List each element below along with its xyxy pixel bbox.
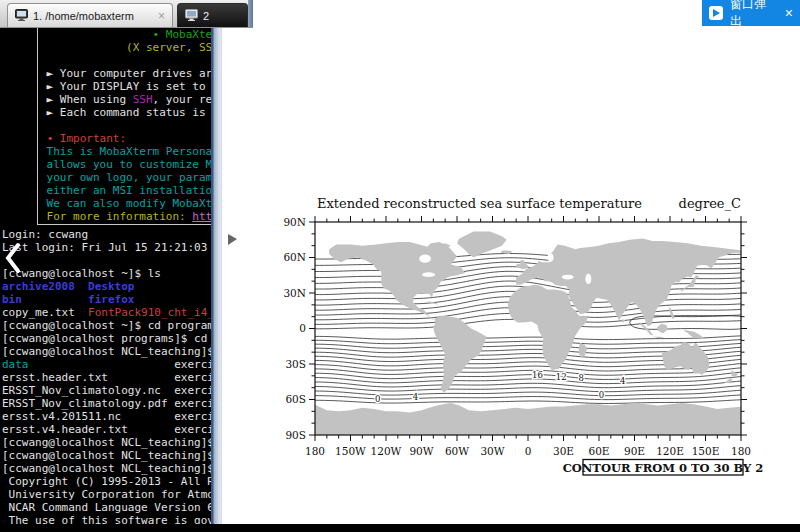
terminal-line: bin firefox [2,293,222,306]
terminal-line: [ccwang@localhost NCL_teaching]$ n [2,462,222,475]
terminal-line: [ccwang@localhost ~]$ ls [2,267,222,280]
svg-text:120E: 120E [656,445,684,457]
svg-text:4: 4 [620,376,625,386]
window-edge [248,0,253,27]
tab-label: 1. /home/mobaxterm [33,10,134,22]
svg-text:180: 180 [305,445,325,457]
terminal-output: Login: ccwangLast login: Fri Jul 15 21:2… [2,228,222,527]
terminal[interactable]: • MobaXterm Personal Ed (X server, SSH c… [0,27,222,532]
svg-text:30W: 30W [480,445,504,457]
svg-text:60W: 60W [445,445,469,457]
svg-text:0: 0 [525,445,532,457]
svg-text:180: 180 [731,445,751,457]
terminal-scrollbar[interactable] [211,27,222,532]
svg-text:degree_C: degree_C [679,196,741,211]
terminal-line: We can also modify MobaXter [40,197,222,210]
svg-text:Extended reconstructed sea sur: Extended reconstructed sea surface tempe… [317,196,642,211]
svg-text:0: 0 [375,394,380,404]
terminal-line: [ccwang@localhost programs]$ cd NCL [2,332,222,345]
terminal-line: data exercise [2,358,222,371]
terminal-line: allows you to customize Mob [40,158,222,171]
svg-text:90S: 90S [285,429,306,441]
bottom-bar [0,524,800,532]
ncl-graphics-window: 04161284090N60N30N030S60S90S180150W120W9… [222,27,800,532]
terminal-line: ERSST_Nov_climatology.pdf exercise [2,397,222,410]
terminal-line: copy_me.txt FontPack910_cht_i4_ [2,306,222,319]
svg-text:60S: 60S [285,393,306,405]
tab-label: 2 [203,10,209,22]
terminal-line: • MobaXterm Personal Ed [40,28,222,41]
svg-text:0: 0 [299,322,306,334]
terminal-line: ERSST_Nov_climatology.nc exercise [2,384,222,397]
svg-text:90N: 90N [283,216,306,228]
svg-text:90E: 90E [624,445,645,457]
svg-text:8: 8 [579,373,584,383]
sst-contour-map: 04161284090N60N30N030S60S90S180150W120W9… [222,27,800,532]
welcome-banner: • MobaXterm Personal Ed (X server, SSH c… [37,28,222,225]
popout-window-button[interactable]: 窗口弹出 × [702,0,800,26]
popout-label: 窗口弹出 [730,0,778,30]
terminal-tab-icon [185,9,198,23]
svg-text:16: 16 [532,370,543,380]
svg-text:150E: 150E [692,445,720,457]
svg-text:60N: 60N [283,251,306,263]
terminal-tab-icon [15,9,28,23]
svg-text:30E: 30E [553,445,574,457]
svg-text:30N: 30N [283,287,306,299]
terminal-line: For more information: https:// [40,210,222,223]
tab-home-mobaxterm[interactable]: 1. /home/mobaxterm × [7,3,173,27]
svg-text:120W: 120W [371,445,402,457]
terminal-line: ersst.v4.201511.nc exercise [2,410,222,423]
svg-text:60E: 60E [588,445,609,457]
terminal-line: ersst.v4.header.txt exercise [2,423,222,436]
svg-text:12: 12 [556,372,567,382]
expand-arrow-icon[interactable] [228,234,237,245]
terminal-line: This is MobaXterm Personal E [40,145,222,158]
terminal-line: archive2008 Desktop [2,280,222,293]
terminal-line: NCAR Command Language Version 6 [2,501,222,514]
terminal-line: [ccwang@localhost NCL_teaching]$ n [2,436,222,449]
svg-text:150W: 150W [335,445,366,457]
terminal-line [2,254,222,267]
terminal-line: University Corporation for Atmo [2,488,222,501]
terminal-line [40,119,222,132]
terminal-line: Last login: Fri Jul 15 21:21:03 [2,241,222,254]
terminal-line: ► Your DISPLAY is set to [40,80,222,93]
overlay-close-icon[interactable]: × [785,6,793,20]
terminal-line: ersst.header.txt exercise [2,371,222,384]
terminal-line: ► When using SSH, your remote [40,93,222,106]
terminal-line: ► Each command status is s [40,106,222,119]
svg-text:90W: 90W [409,445,433,457]
svg-text:0: 0 [599,390,604,400]
terminal-line: Login: ccwang [2,228,222,241]
play-icon [709,6,723,20]
terminal-line: [ccwang@localhost NCL_teaching]$ ls [2,345,222,358]
previous-chevron-icon[interactable] [4,242,22,278]
terminal-line: (X server, SSH client and [40,41,222,54]
terminal-line: Copyright (C) 1995-2013 - All R [2,475,222,488]
terminal-line [40,54,222,67]
mobaxterm-window: • MobaXterm Personal Ed (X server, SSH c… [0,0,253,532]
terminal-line: ► Your computer drives are acc [40,67,222,80]
svg-text:4: 4 [413,392,418,402]
screen: { "tabs": { "tab1": {"label": "1. /home/… [0,0,800,532]
terminal-line: • Important: [40,132,222,145]
svg-text:CONTOUR FROM 0 TO 30 BY 2: CONTOUR FROM 0 TO 30 BY 2 [563,461,764,475]
tab-bar: 1. /home/mobaxterm × 2 [0,0,253,28]
tab-close-icon[interactable]: × [158,9,165,23]
terminal-line: [ccwang@localhost NCL_teaching]$ n [2,449,222,462]
terminal-line: your own logo, your paramet [40,171,222,184]
terminal-line: [ccwang@localhost ~]$ cd programs [2,319,222,332]
tab-2[interactable]: 2 [177,3,248,27]
svg-text:30S: 30S [285,358,306,370]
terminal-line: either an MSI installation [40,184,222,197]
